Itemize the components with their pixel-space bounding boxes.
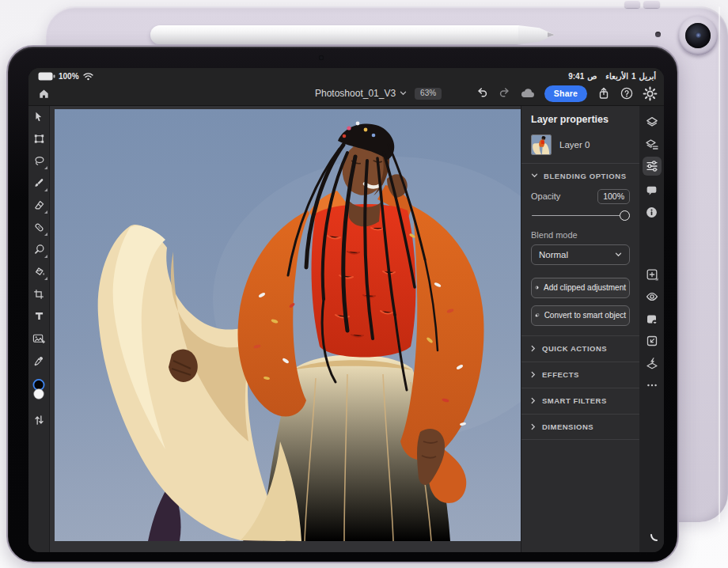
tool-rail [28,106,50,552]
rear-camera [678,16,718,55]
help-button[interactable] [618,85,635,102]
opacity-row: Opacity 100% [531,189,630,204]
blending-options-header[interactable]: BLENDING OPTIONS [531,164,630,187]
type-icon [33,310,45,322]
rear-camera-glint [696,32,701,38]
export-button[interactable] [595,85,612,102]
gear-icon [643,86,658,101]
blend-mode-dropdown[interactable]: Normal [531,244,630,265]
redo-button[interactable] [496,85,514,102]
chevron-down-icon [400,91,407,96]
opacity-label: Opacity [531,191,560,201]
add-clipped-adjustment-button[interactable]: Add clipped adjustment [531,278,630,298]
layer-mask-icon [645,312,659,327]
swap-arrows[interactable] [32,413,47,426]
section-label: SMART FILTERS [542,396,607,405]
section-label: QUICK ACTIONS [542,344,607,353]
document-title-button[interactable]: Photoshoot_01_V3 [315,88,407,99]
info-button[interactable] [643,203,662,222]
layer-visibility-button[interactable] [643,287,662,306]
color-swatches[interactable] [30,377,47,402]
status-time: 9:41 [568,72,584,81]
foreground-background-colors-icon [30,377,47,402]
eye-icon [645,290,659,304]
layers-compact-button[interactable] [643,135,662,154]
dodge-tool[interactable] [32,243,47,256]
effects-button[interactable] [643,354,662,373]
brush-tool[interactable] [32,176,47,190]
convert-smart-object-button[interactable]: Convert to smart object [531,305,630,326]
blending-options-label: BLENDING OPTIONS [544,172,627,180]
lasso-tool[interactable] [32,154,47,168]
canvas-photo[interactable] [55,109,521,541]
section-quick-actions[interactable]: QUICK ACTIONS [521,335,639,362]
clip-layer-icon [645,334,659,348]
healing-tool[interactable] [32,221,47,234]
layers-compact-icon [645,138,659,152]
home-icon [37,87,51,100]
section-dimensions[interactable]: DIMENSIONS [521,414,639,440]
comments-button[interactable] [643,180,662,199]
layer-mask-button[interactable] [643,310,662,329]
chevron-right-icon [531,345,536,352]
share-button[interactable]: Share [544,85,587,102]
section-effects[interactable]: EFFECTS [521,362,639,388]
blend-mode-label: Blend mode [531,230,630,240]
info-icon [645,206,658,219]
scene: 100% 9:41 ص الأربعاء 1 أبريل [0,0,728,568]
eyedropper-tool[interactable] [32,354,47,367]
share-label: Share [554,89,578,98]
opacity-value[interactable]: 100% [597,189,630,204]
type-tool[interactable] [32,309,47,323]
status-meridiem: ص [587,72,597,81]
screen: 100% 9:41 ص الأربعاء 1 أبريل [28,68,664,552]
toolbar-right: Share [473,81,658,106]
slider-knob[interactable] [620,210,630,221]
front-camera [319,55,324,60]
export-icon [597,86,611,100]
front-ipad-device: 100% 9:41 ص الأربعاء 1 أبريل [6,45,679,563]
canvas-pasteboard[interactable] [50,106,521,552]
add-layer-icon [645,267,659,282]
chevron-right-icon [531,397,536,404]
redo-icon [498,86,512,100]
panel-title: Layer properties [531,106,630,125]
settings-button[interactable] [641,85,658,102]
ellipsis-icon [645,378,659,392]
crop-tool[interactable] [32,287,47,301]
layers-icon [645,115,659,130]
place-photo-tool[interactable] [32,331,47,345]
wifi-icon [82,72,94,81]
chevron-right-icon [531,423,536,430]
add-clipped-adjustment-label: Add clipped adjustment [544,283,626,292]
document-cluster: Photoshoot_01_V3 63% [315,81,442,106]
layer-properties-panel: Layer properties Layer 0 [521,106,639,552]
undo-button[interactable] [473,85,491,102]
eyedropper-icon [32,354,45,367]
convert-smart-object-label: Convert to smart object [544,311,626,320]
apple-pencil [150,25,519,44]
move-tool[interactable] [32,110,47,123]
properties-button[interactable] [643,157,662,176]
home-button[interactable] [32,82,55,104]
section-smart-filters[interactable]: SMART FILTERS [521,388,639,414]
transform-tool[interactable] [32,132,47,146]
zoom-level-badge[interactable]: 63% [415,88,442,100]
more-options-button[interactable] [643,376,662,395]
clip-layer-button[interactable] [643,331,662,350]
layer-name: Layer 0 [559,140,590,150]
status-left: 100% [38,70,94,81]
place-photo-icon [32,332,46,345]
rear-mic-dot [655,32,661,37]
layers-button[interactable] [643,113,662,132]
opacity-slider[interactable] [531,209,630,223]
add-layer-button[interactable] [643,265,662,284]
fill-tool[interactable] [32,265,47,278]
cloud-sync-button[interactable] [519,85,537,102]
section-label: DIMENSIONS [542,422,593,431]
zoom-level: 63% [420,89,436,97]
smart-object-icon [535,310,540,320]
comment-icon [645,184,658,197]
eraser-tool[interactable] [32,199,47,212]
layer-row[interactable]: Layer 0 [526,131,635,158]
